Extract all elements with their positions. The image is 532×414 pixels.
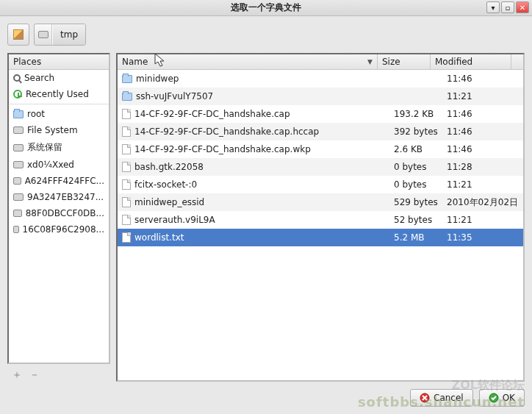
cancel-button[interactable]: Cancel [410, 389, 473, 407]
file-icon [122, 109, 131, 119]
sidebar-item-label: File System [27, 125, 78, 135]
file-size-cell: 0 bytes [389, 162, 442, 172]
sidebar-item[interactable]: 16C08F96C2908... [9, 221, 109, 238]
drive-icon [13, 126, 24, 134]
ok-button[interactable]: OK [479, 389, 525, 407]
sidebar-item-label: root [27, 109, 45, 119]
path-breadcrumb: tmp [34, 24, 86, 46]
column-header-modified[interactable]: Modified [431, 54, 511, 69]
sidebar-item-label: A624FFF424FFC... [25, 176, 104, 186]
file-modified-cell: 11:46 [442, 109, 523, 119]
file-list-body[interactable]: minidwep11:46ssh-vuJFvulY750711:2114-CF-… [118, 70, 523, 380]
drive-icon [13, 193, 24, 201]
titlebar: 选取一个字典文件 ▾ ▫ ✕ [0, 0, 532, 16]
edit-path-button[interactable] [7, 24, 29, 46]
file-size-cell: 392 bytes [389, 126, 442, 137]
file-list-header: Name ▼ Size Modified [118, 54, 523, 70]
file-name-cell: serverauth.v9iL9A [118, 215, 389, 225]
add-bookmark-button[interactable]: ＋ [10, 368, 24, 382]
places-separator [9, 104, 109, 104]
sidebar-item[interactable]: root [9, 106, 109, 122]
file-modified-cell: 11:21 [442, 179, 523, 190]
recent-icon [13, 90, 22, 99]
file-row[interactable]: 14-CF-92-9F-CF-DC_handshake.cap.wkp2.6 K… [118, 140, 523, 158]
dialog-footer: Cancel OK [7, 382, 525, 407]
window-controls: ▾ ▫ ✕ [486, 1, 529, 13]
dialog-body: tmp Places SearchRecently Used rootFile … [0, 16, 532, 414]
file-name-cell: 14-CF-92-9F-CF-DC_handshake.cap.wkp [118, 144, 389, 154]
drive-icon [13, 226, 19, 233]
file-size-cell: 0 bytes [389, 179, 442, 190]
folder-icon [122, 75, 132, 83]
file-name-cell: wordlist.txt [118, 232, 389, 243]
file-icon [122, 215, 131, 225]
file-modified-cell: 11:28 [442, 162, 523, 172]
file-name-cell: minidwep [118, 74, 389, 84]
file-name-cell: 14-CF-92-9F-CF-DC_handshake.cap [118, 109, 389, 119]
drive-icon [13, 161, 24, 168]
sidebar-item[interactable]: 88F0DBCCF0DB... [9, 205, 109, 221]
maximize-button[interactable]: ▫ [501, 1, 514, 13]
file-icon [122, 144, 131, 154]
column-header-size[interactable]: Size [378, 54, 431, 69]
sidebar-item[interactable]: A624FFF424FFC... [9, 173, 109, 189]
ok-icon [489, 393, 499, 403]
sidebar-item[interactable]: Recently Used [9, 86, 109, 102]
file-modified-cell: 11:46 [442, 74, 523, 84]
file-row[interactable]: minidwep_essid529 bytes2010年02月02日 [118, 193, 523, 211]
drive-icon [13, 210, 22, 217]
sidebar-item[interactable]: 9A3247EB3247... [9, 189, 109, 205]
breadcrumb-segment[interactable]: tmp [52, 24, 85, 45]
column-header-scroll [511, 54, 523, 69]
file-modified-cell: 11:21 [442, 215, 523, 225]
file-icon [122, 179, 131, 190]
file-modified-cell: 11:21 [442, 91, 523, 101]
main-area: Places SearchRecently Used rootFile Syst… [7, 53, 525, 382]
file-size-cell: 193.2 KB [389, 109, 442, 119]
file-modified-cell: 11:46 [442, 126, 523, 137]
window-title: 选取一个字典文件 [231, 1, 301, 14]
file-row[interactable]: 14-CF-92-9F-CF-DC_handshake.cap.hccap392… [118, 123, 523, 140]
minimize-button[interactable]: ▾ [486, 1, 500, 13]
ok-label: OK [503, 393, 515, 403]
file-row[interactable]: wordlist.txt5.2 MB11:35 [118, 229, 523, 246]
file-name-cell: bash.gtk.22058 [118, 162, 389, 172]
sort-indicator-icon: ▼ [367, 58, 373, 65]
pencil-icon [13, 29, 24, 40]
file-row[interactable]: bash.gtk.220580 bytes11:28 [118, 158, 523, 176]
sidebar-item-label: Recently Used [26, 89, 89, 99]
search-icon [13, 74, 21, 82]
file-row[interactable]: serverauth.v9iL9A52 bytes11:21 [118, 211, 523, 229]
sidebar-item[interactable]: xd0¼Xxed [9, 157, 109, 173]
places-header[interactable]: Places [9, 54, 109, 70]
file-icon [122, 162, 131, 172]
folder-icon [13, 110, 24, 118]
column-header-name[interactable]: Name ▼ [118, 54, 378, 69]
file-row[interactable]: ssh-vuJFvulY750711:21 [118, 88, 523, 105]
cancel-icon [420, 393, 430, 403]
close-button[interactable]: ✕ [516, 1, 529, 13]
sidebar-item[interactable]: Search [9, 70, 109, 86]
file-row[interactable]: minidwep11:46 [118, 70, 523, 88]
drive-icon[interactable] [35, 24, 52, 45]
file-modified-cell: 11:35 [442, 232, 523, 243]
left-panel: Places SearchRecently Used rootFile Syst… [7, 53, 110, 382]
remove-bookmark-button[interactable]: － [28, 368, 41, 382]
file-modified-cell: 11:46 [442, 144, 523, 154]
file-row[interactable]: fcitx-socket-:00 bytes11:21 [118, 176, 523, 193]
file-modified-cell: 2010年02月02日 [442, 196, 523, 209]
file-size-cell: 2.6 KB [389, 144, 442, 154]
places-panel: Places SearchRecently Used rootFile Syst… [7, 53, 110, 364]
sidebar-item-label: 系统保留 [27, 141, 62, 154]
toolbar: tmp [7, 24, 525, 46]
drive-icon [13, 144, 24, 151]
sidebar-item-label: 16C08F96C2908... [23, 224, 104, 235]
drive-icon [13, 177, 21, 185]
file-size-cell: 529 bytes [389, 197, 442, 207]
file-row[interactable]: 14-CF-92-9F-CF-DC_handshake.cap193.2 KB1… [118, 105, 523, 123]
sidebar-item[interactable]: File System [9, 122, 109, 138]
file-size-cell: 52 bytes [389, 215, 442, 225]
sidebar-item[interactable]: 系统保留 [9, 138, 109, 157]
file-name-cell: minidwep_essid [118, 197, 389, 207]
folder-icon [122, 93, 132, 101]
